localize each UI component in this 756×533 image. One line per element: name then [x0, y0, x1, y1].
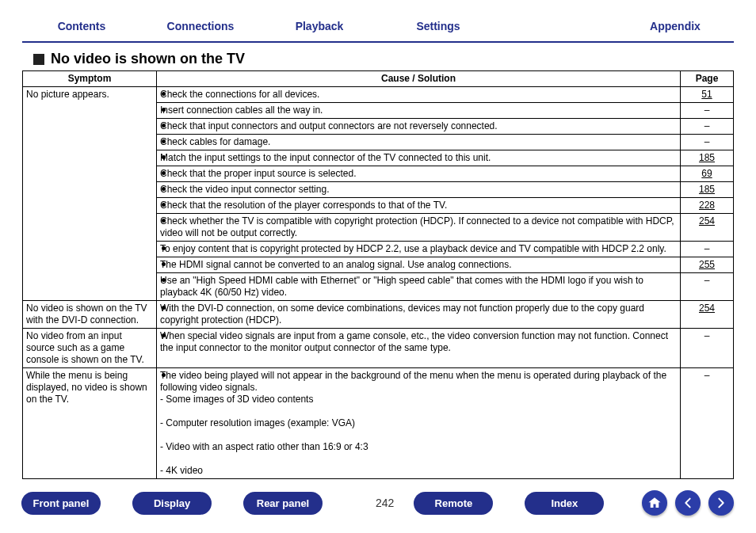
bullet-icon — [162, 171, 166, 175]
cause-cell: The video being played will not appear i… — [157, 368, 681, 479]
bullet-icon — [162, 219, 166, 223]
page-cell[interactable]: 185 — [681, 182, 734, 198]
top-tabs: Contents Connections Playback Settings T… — [22, 14, 734, 43]
cause-cell: Check the connections for all devices. — [157, 87, 681, 103]
page-root: Contents Connections Playback Settings T… — [0, 0, 756, 533]
front-panel-button[interactable]: Front panel — [22, 493, 100, 514]
tab-playback[interactable]: Playback — [260, 14, 379, 38]
th-page: Page — [681, 71, 734, 87]
bullet-icon — [162, 278, 166, 282]
cause-subline: - Video with an aspect ratio other than … — [160, 441, 677, 453]
page-cell: – — [681, 368, 734, 479]
tab-tips[interactable]: Tips — [498, 14, 617, 38]
tab-contents[interactable]: Contents — [22, 14, 141, 38]
cause-text: The HDMI signal cannot be converted to a… — [160, 259, 512, 270]
bullet-icon — [162, 139, 166, 143]
section-title: No video is shown on the TV — [51, 51, 245, 67]
tab-appendix[interactable]: Appendix — [617, 14, 734, 38]
cause-cell: Use an "High Speed HDMI cable with Ether… — [157, 273, 681, 301]
footer-bar: Front panel Display Rear panel 242 Remot… — [0, 490, 756, 516]
troubleshoot-table: Symptom Cause / Solution Page No picture… — [22, 70, 734, 479]
cause-text: Check the connections for all devices. — [160, 89, 319, 100]
cause-text: Check that input connectors and output c… — [160, 120, 498, 131]
page-cell[interactable]: 254 — [681, 301, 734, 329]
tab-connections[interactable]: Connections — [141, 14, 260, 38]
bullet-icon — [162, 108, 166, 112]
cause-subline: - Some images of 3D video contents — [160, 394, 677, 405]
section-heading: No video is shown on the TV — [33, 51, 734, 67]
page-link[interactable]: 51 — [701, 89, 712, 100]
page-cell[interactable]: 255 — [681, 257, 734, 273]
symptom-cell: No video from an input source such as a … — [23, 329, 157, 368]
table-row: While the menu is being displayed, no vi… — [23, 368, 734, 479]
cause-text: Insert connection cables all the way in. — [160, 105, 323, 116]
cause-cell: Check that input connectors and output c… — [157, 119, 681, 135]
index-button[interactable]: Index — [525, 493, 603, 514]
next-page-icon[interactable] — [708, 490, 734, 516]
home-icon[interactable] — [642, 490, 667, 516]
bullet-icon — [162, 333, 166, 337]
page-cell[interactable]: 228 — [681, 198, 734, 214]
bullet-icon — [162, 306, 166, 310]
remote-button[interactable]: Remote — [414, 493, 492, 514]
cause-text: Check the video input connector setting. — [160, 184, 329, 195]
cause-text: Check that the proper input source is se… — [160, 168, 356, 179]
tab-label: Settings — [416, 20, 460, 32]
cause-cell: When special video signals are input fro… — [157, 329, 681, 368]
bullet-icon — [162, 92, 166, 96]
tab-label: Appendix — [650, 20, 701, 32]
page-cell: – — [681, 273, 734, 301]
page-link[interactable]: 255 — [699, 259, 715, 270]
page-cell[interactable]: 69 — [681, 166, 734, 182]
symptom-cell: While the menu is being displayed, no vi… — [23, 368, 157, 479]
tab-label: Contents — [58, 20, 106, 32]
page-link[interactable]: 254 — [699, 215, 715, 227]
page-link[interactable]: 228 — [699, 200, 715, 211]
cause-cell: The HDMI signal cannot be converted to a… — [157, 257, 681, 273]
page-cell[interactable]: 51 — [681, 87, 734, 103]
cause-subline: - 4K video — [160, 465, 677, 477]
cause-cell: Match the input settings to the input co… — [157, 150, 681, 166]
page-link[interactable]: 185 — [699, 184, 715, 195]
prev-page-icon[interactable] — [675, 490, 701, 516]
page-cell[interactable]: 254 — [681, 214, 734, 242]
page-cell: – — [681, 103, 734, 119]
page-cell: – — [681, 135, 734, 150]
cause-text: Match the input settings to the input co… — [160, 152, 491, 163]
page-link[interactable]: 254 — [699, 303, 715, 314]
page-link[interactable]: 69 — [701, 168, 712, 179]
th-symptom: Symptom — [23, 71, 157, 87]
cause-text: Check that the resolution of the player … — [160, 200, 447, 211]
display-button[interactable]: Display — [133, 493, 211, 514]
cause-cell: Insert connection cables all the way in. — [157, 103, 681, 119]
cause-cell: Check the video input connector setting. — [157, 182, 681, 198]
symptom-cell: No picture appears. — [23, 87, 157, 301]
page-cell: – — [681, 329, 734, 368]
table-row: No video from an input source such as a … — [23, 329, 734, 368]
cause-text: Check cables for damage. — [160, 136, 270, 147]
bullet-icon — [162, 246, 166, 250]
tab-settings[interactable]: Settings — [379, 14, 498, 38]
footer-nav-icons — [642, 490, 734, 516]
page-cell: – — [681, 242, 734, 257]
tab-label: Tips — [546, 20, 569, 32]
symptom-cell: No video is shown on the TV with the DVI… — [23, 301, 157, 329]
cause-text: Check whether the TV is compatible with … — [160, 215, 674, 238]
table-row: No picture appears.Check the connections… — [23, 87, 734, 103]
cause-text: With the DVI-D connection, on some devic… — [160, 303, 644, 326]
page-cell[interactable]: 185 — [681, 150, 734, 166]
rear-panel-button[interactable]: Rear panel — [244, 493, 322, 514]
page-link[interactable]: 185 — [699, 152, 715, 163]
tab-label: Playback — [296, 20, 344, 32]
page-cell: – — [681, 119, 734, 135]
cause-cell: Check whether the TV is compatible with … — [157, 214, 681, 242]
tab-label: Connections — [167, 20, 235, 32]
table-body: No picture appears.Check the connections… — [23, 87, 734, 479]
cause-subline: - Computer resolution images (example: V… — [160, 417, 677, 429]
cause-cell: Check that the proper input source is se… — [157, 166, 681, 182]
bullet-icon — [162, 187, 166, 191]
cause-cell: Check cables for damage. — [157, 135, 681, 150]
bullet-icon — [162, 203, 166, 207]
th-cause: Cause / Solution — [157, 71, 681, 87]
cause-text: The video being played will not appear i… — [160, 370, 666, 393]
